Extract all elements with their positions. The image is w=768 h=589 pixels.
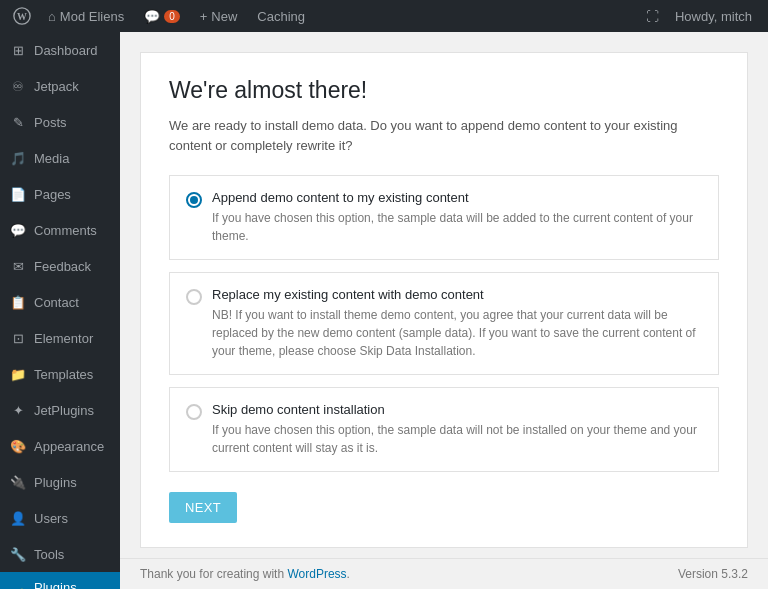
site-name[interactable]: ⌂ Mod Eliens — [40, 0, 132, 32]
radio-circle-replace[interactable] — [186, 289, 202, 305]
top-bar-left: W ⌂ Mod Eliens 💬 0 + New Caching — [8, 0, 313, 32]
comments-item[interactable]: 💬 0 — [136, 0, 188, 32]
appearance-icon: 🎨 — [10, 438, 26, 454]
footer-bar: Thank you for creating with WordPress. V… — [120, 558, 768, 589]
media-icon: 🎵 — [10, 150, 26, 166]
sidebar-item-posts[interactable]: ✎ Posts — [0, 104, 120, 140]
comment-icon: 💬 — [144, 9, 160, 24]
top-bar: W ⌂ Mod Eliens 💬 0 + New Caching ⛶ Howdy… — [0, 0, 768, 32]
new-item[interactable]: + New — [192, 0, 246, 32]
card-subtitle: We are ready to install demo data. Do yo… — [169, 116, 719, 155]
radio-option-append[interactable]: Append demo content to my existing conte… — [169, 175, 719, 260]
elementor-icon: ⊡ — [10, 330, 26, 346]
radio-circle-append[interactable] — [186, 192, 202, 208]
dashboard-icon: ⊞ — [10, 42, 26, 58]
radio-text-append: Append demo content to my existing conte… — [212, 190, 702, 245]
sidebar-item-plugins-wizard[interactable]: ⚡ Plugins Wizard — [0, 572, 120, 589]
sidebar-item-jetpack[interactable]: ♾ Jetpack — [0, 68, 120, 104]
sidebar-item-media[interactable]: 🎵 Media — [0, 140, 120, 176]
version-text: Version 5.3.2 — [678, 567, 748, 581]
sidebar-item-templates[interactable]: 📁 Templates — [0, 356, 120, 392]
sidebar-item-contact[interactable]: 📋 Contact — [0, 284, 120, 320]
sidebar-item-users[interactable]: 👤 Users — [0, 500, 120, 536]
plus-icon: + — [200, 9, 208, 24]
home-icon: ⌂ — [48, 9, 56, 24]
sidebar-item-feedback[interactable]: ✉ Feedback — [0, 248, 120, 284]
pages-icon: 📄 — [10, 186, 26, 202]
sidebar-item-appearance[interactable]: 🎨 Appearance — [0, 428, 120, 464]
screen-options[interactable]: ⛶ — [638, 0, 667, 32]
feedback-icon: ✉ — [10, 258, 26, 274]
wordpress-link[interactable]: WordPress — [287, 567, 346, 581]
content-card: We're almost there! We are ready to inst… — [140, 52, 748, 548]
sidebar-item-elementor[interactable]: ⊡ Elementor — [0, 320, 120, 356]
sidebar-item-jetplugins[interactable]: ✦ JetPlugins — [0, 392, 120, 428]
sidebar-item-tools[interactable]: 🔧 Tools — [0, 536, 120, 572]
next-button[interactable]: NEXT — [169, 492, 237, 523]
jetpack-icon: ♾ — [10, 78, 26, 94]
tools-icon: 🔧 — [10, 546, 26, 562]
card-title: We're almost there! — [169, 77, 719, 104]
sidebar-item-pages[interactable]: 📄 Pages — [0, 176, 120, 212]
sidebar: ⊞ Dashboard ♾ Jetpack ✎ Posts 🎵 Media 📄 … — [0, 32, 120, 589]
posts-icon: ✎ — [10, 114, 26, 130]
howdy-item[interactable]: Howdy, mitch — [667, 0, 760, 32]
plugins-icon: 🔌 — [10, 474, 26, 490]
layout: ⊞ Dashboard ♾ Jetpack ✎ Posts 🎵 Media 📄 … — [0, 32, 768, 589]
templates-icon: 📁 — [10, 366, 26, 382]
caching-item[interactable]: Caching — [249, 0, 313, 32]
radio-circle-skip[interactable] — [186, 404, 202, 420]
radio-option-skip[interactable]: Skip demo content installation If you ha… — [169, 387, 719, 472]
sidebar-item-comments[interactable]: 💬 Comments — [0, 212, 120, 248]
contact-icon: 📋 — [10, 294, 26, 310]
users-icon: 👤 — [10, 510, 26, 526]
sidebar-item-plugins[interactable]: 🔌 Plugins — [0, 464, 120, 500]
footer-text: Thank you for creating with WordPress. — [140, 567, 350, 581]
sidebar-item-dashboard[interactable]: ⊞ Dashboard — [0, 32, 120, 68]
jetplugins-icon: ✦ — [10, 402, 26, 418]
svg-text:W: W — [17, 11, 27, 22]
radio-text-skip: Skip demo content installation If you ha… — [212, 402, 702, 457]
radio-text-replace: Replace my existing content with demo co… — [212, 287, 702, 360]
radio-option-replace[interactable]: Replace my existing content with demo co… — [169, 272, 719, 375]
main-content: We're almost there! We are ready to inst… — [120, 32, 768, 589]
comments-icon: 💬 — [10, 222, 26, 238]
screen-icon: ⛶ — [646, 9, 659, 24]
wp-logo-icon[interactable]: W — [8, 0, 36, 32]
top-bar-right: ⛶ Howdy, mitch — [638, 0, 760, 32]
